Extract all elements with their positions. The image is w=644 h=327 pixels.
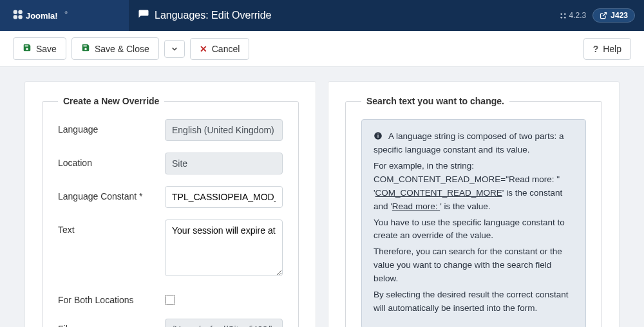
page-title: Languages: Edit Override: [155, 10, 271, 21]
brand-logo[interactable]: Joomla! ®: [0, 0, 129, 31]
text-label: Text: [58, 220, 155, 235]
info-icon: [374, 130, 383, 144]
svg-point-0: [14, 10, 17, 14]
save-dropdown-button[interactable]: [164, 40, 185, 58]
location-field: [165, 153, 283, 174]
svg-point-8: [560, 16, 562, 18]
site-pill[interactable]: J423: [592, 8, 635, 23]
svg-point-6: [560, 13, 562, 15]
version-text: 4.2.3: [560, 11, 587, 20]
language-field: [165, 119, 283, 141]
svg-rect-12: [377, 134, 378, 135]
comment-icon: [138, 9, 149, 23]
both-locations-checkbox[interactable]: [165, 295, 175, 305]
override-legend: Create a New Override: [58, 96, 164, 106]
search-legend: Search text you want to change.: [361, 96, 509, 106]
language-label: Language: [58, 119, 155, 135]
chevron-down-icon: [171, 46, 178, 52]
joomla-logo-icon: Joomla! ®: [12, 8, 79, 23]
external-link-icon: [600, 12, 607, 19]
toolbar: Save Save & Close ✕ Cancel ? Help: [0, 31, 644, 67]
cancel-button[interactable]: ✕ Cancel: [190, 38, 250, 60]
text-input[interactable]: Your session will expire at: [165, 220, 283, 276]
constant-input[interactable]: [165, 186, 283, 208]
svg-text:Joomla!: Joomla!: [26, 11, 58, 21]
help-icon: ?: [593, 44, 599, 54]
save-close-button[interactable]: Save & Close: [71, 37, 159, 60]
constant-label: Language Constant *: [58, 186, 155, 201]
svg-point-7: [564, 13, 565, 15]
help-button[interactable]: ? Help: [583, 38, 631, 60]
svg-point-2: [14, 15, 17, 19]
save-icon: [23, 43, 32, 54]
override-panel: Create a New Override Language Location …: [24, 81, 316, 327]
save-button[interactable]: Save: [13, 37, 66, 60]
svg-point-3: [18, 15, 22, 19]
svg-point-1: [18, 10, 22, 14]
svg-point-9: [564, 16, 565, 18]
both-label: For Both Locations: [58, 290, 155, 305]
search-panel: Search text you want to change. A langua…: [328, 81, 620, 327]
save-icon: [81, 43, 90, 54]
close-icon: ✕: [200, 44, 207, 54]
file-field: [165, 319, 283, 327]
svg-rect-11: [377, 135, 378, 138]
content-area: Create a New Override Language Location …: [0, 67, 644, 327]
info-box: A language string is composed of two par…: [361, 119, 586, 327]
app-header: Joomla! ® Languages: Edit Override 4.2.3…: [0, 0, 644, 31]
file-label: File: [58, 319, 155, 327]
location-label: Location: [58, 153, 155, 168]
svg-text:®: ®: [65, 11, 68, 15]
